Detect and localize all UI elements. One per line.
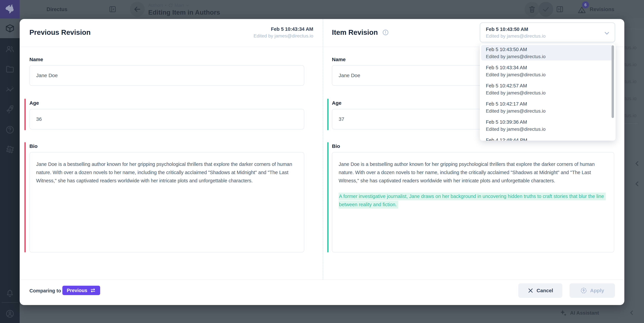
bio-text-current: Jane Doe is a bestselling author known f… — [339, 160, 608, 185]
revision-option[interactable]: Feb 4 12:48:44 PM Edited by james@direct… — [481, 136, 614, 141]
collapse-sidebar-icon[interactable] — [556, 5, 564, 14]
age-label-current: Age — [332, 100, 342, 106]
revision-compare-modal: Previous Revision Feb 5 10:43:34 AM Edit… — [20, 19, 624, 305]
dropdown-scrollbar[interactable] — [612, 45, 614, 118]
bio-field-current: Jane Doe is a bestselling author known f… — [332, 152, 614, 252]
directus-logo[interactable] — [0, 0, 20, 18]
bio-added-text: A former investigative journalist, Jane … — [339, 192, 608, 209]
chevron-left-icon[interactable] — [633, 160, 641, 168]
user-avatar[interactable] — [0, 304, 20, 323]
version-icon — [168, 3, 173, 8]
delete-item-button[interactable] — [525, 2, 540, 17]
revisions-count-badge: 6 — [582, 1, 589, 8]
revision-select-subtitle: Edited by james@directus.io — [486, 33, 615, 40]
revision-option[interactable]: Feb 5 10:42:17 AM Edited by james@direct… — [481, 100, 614, 115]
breadcrumb-separator: • — [165, 3, 166, 8]
notifications-bell-icon[interactable] — [0, 284, 20, 303]
compare-target-button[interactable]: Previous — [62, 286, 100, 295]
bio-field-previous: Jane Doe is a bestselling author known f… — [30, 152, 304, 252]
item-revision-title: Item Revision — [332, 28, 378, 36]
module-content[interactable] — [0, 18, 20, 38]
age-field-previous: 36 — [30, 109, 304, 130]
previous-revision-title: Previous Revision — [30, 28, 90, 36]
module-files[interactable] — [0, 59, 20, 79]
change-indicator-added — [327, 142, 328, 252]
change-indicator-deleted — [24, 99, 26, 130]
sidebar-divider — [624, 124, 638, 124]
module-settings[interactable] — [0, 140, 20, 160]
info-icon[interactable] — [382, 29, 389, 36]
ai-collapse-chevron-icon[interactable] — [628, 309, 635, 316]
cancel-button[interactable]: Cancel — [518, 283, 562, 298]
age-value-previous: 36 — [36, 116, 42, 122]
previous-revision-edited-by: Edited by james@directus.io — [212, 33, 313, 39]
truncated-revision-text: tus.io — [624, 96, 636, 101]
age-label-previous: Age — [30, 100, 39, 106]
truncated-revision-text: tus.io — [624, 62, 636, 68]
revision-option[interactable]: Feb 5 10:42:57 AM Edited by james@direct… — [481, 81, 614, 97]
apply-button[interactable]: Apply — [570, 283, 615, 298]
name-value-previous: Jane Doe — [36, 72, 58, 78]
module-bar — [0, 0, 20, 323]
truncated-revision-text: tus.io — [624, 79, 636, 84]
name-field-previous: Jane Doe — [30, 65, 304, 86]
breadcrumb-version[interactable]: Main — [174, 3, 184, 8]
close-icon — [528, 288, 534, 294]
page-title: Editing Item in Authors — [148, 9, 220, 16]
module-help[interactable] — [0, 120, 20, 140]
revision-select[interactable]: Feb 5 10:43:50 AM Edited by james@direct… — [480, 22, 615, 42]
apply-upload-icon — [580, 287, 587, 294]
revision-dropdown-menu: Feb 5 10:43:50 AM Edited by james@direct… — [480, 44, 616, 141]
chevron-left-icon[interactable] — [633, 180, 641, 188]
breadcrumb-collection[interactable]: Authors — [148, 3, 163, 8]
name-value-current: Jane Doe — [339, 72, 360, 78]
pane-divider — [323, 19, 323, 280]
bio-label-current: Bio — [332, 143, 340, 149]
ai-assistant-label[interactable]: AI Assistant — [570, 310, 599, 316]
sidebar-divider — [624, 29, 644, 29]
truncated-revision-text: tus.io — [624, 112, 636, 118]
name-label-previous: Name — [30, 57, 43, 62]
bio-label-previous: Bio — [30, 143, 38, 149]
revision-select-value: Feb 5 10:43:50 AM — [486, 26, 615, 33]
change-indicator-added — [327, 99, 328, 130]
age-value-current: 37 — [339, 116, 344, 122]
modal-footer-divider — [20, 280, 624, 280]
swap-icon — [90, 288, 96, 293]
brand-title: Directus — [46, 6, 68, 12]
previous-revision-timestamp: Feb 5 10:43:34 AM — [212, 26, 313, 32]
name-label-current: Name — [332, 57, 346, 62]
module-bar-divider — [2, 302, 18, 303]
module-users[interactable] — [0, 39, 20, 59]
ai-sparkle-icon — [559, 309, 567, 317]
module-insights[interactable] — [0, 80, 20, 99]
back-button[interactable] — [130, 2, 145, 17]
comparing-to-label: Comparing to — [30, 288, 61, 294]
revisions-panel-title: Revisions — [590, 6, 614, 12]
chevron-down-icon — [186, 4, 190, 7]
change-indicator-deleted — [24, 142, 26, 252]
revision-option[interactable]: Feb 5 10:43:50 AM Edited by james@direct… — [481, 45, 614, 60]
collapse-nav-icon[interactable] — [108, 5, 117, 14]
save-item-button[interactable] — [538, 2, 553, 17]
revision-option[interactable]: Feb 5 10:43:34 AM Edited by james@direct… — [481, 63, 614, 79]
app-header: Directus Authors • Main Editing Item in … — [20, 0, 644, 18]
truncated-revision-text: tus.io — [624, 45, 636, 50]
item-revision-header: Item Revision — [332, 28, 389, 36]
revision-option[interactable]: Feb 5 10:39:36 AM Edited by james@direct… — [481, 118, 614, 133]
chevron-down-icon — [603, 30, 610, 37]
breadcrumb[interactable]: Authors • Main — [148, 3, 190, 8]
module-marketplace[interactable] — [0, 99, 20, 119]
bio-text-previous: Jane Doe is a bestselling author known f… — [36, 160, 298, 185]
